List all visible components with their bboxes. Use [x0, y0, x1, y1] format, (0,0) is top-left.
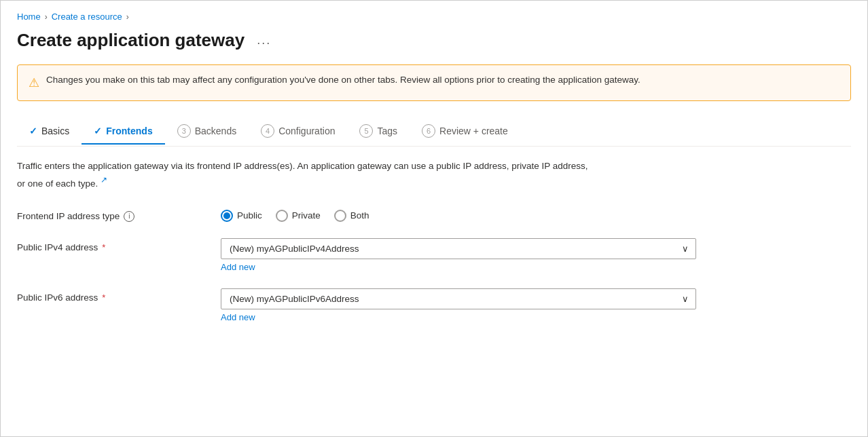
tab-basics-label: Basics	[41, 126, 69, 136]
tabs-row: ✓ Basics ✓ Frontends 3 Backends 4 Config…	[17, 117, 851, 147]
tab-configuration[interactable]: 4 Configuration	[249, 117, 347, 146]
public-ipv6-dropdown-arrow: ∨	[682, 294, 689, 304]
radio-public-label: Public	[237, 210, 262, 221]
configuration-step-circle: 4	[261, 124, 274, 138]
public-ipv6-required: *	[102, 292, 105, 303]
frontend-ip-row: Frontend IP address type i Public Privat…	[17, 207, 851, 222]
frontend-ip-radio-group: Public Private Both	[221, 207, 851, 222]
tab-tags-label: Tags	[377, 126, 397, 136]
public-ipv6-label: Public IPv6 address *	[17, 288, 221, 303]
form-section: Frontend IP address type i Public Privat…	[17, 207, 851, 322]
public-ipv4-required: *	[102, 242, 105, 252]
tab-configuration-label: Configuration	[278, 126, 335, 136]
backends-step-circle: 3	[177, 124, 191, 138]
external-link-icon: ↗	[101, 175, 107, 185]
public-ipv6-add-new[interactable]: Add new	[221, 312, 255, 322]
basics-check-icon: ✓	[29, 126, 37, 136]
radio-public-input[interactable]	[221, 210, 233, 222]
breadcrumb-create-resource[interactable]: Create a resource	[52, 12, 122, 22]
public-ipv6-value: (New) myAGPublicIPv6Address	[230, 294, 359, 304]
tab-basics[interactable]: ✓ Basics	[17, 119, 82, 145]
frontend-ip-label-text: Frontend IP address type	[17, 211, 120, 221]
frontend-ip-label: Frontend IP address type i	[17, 207, 221, 222]
radio-both-input[interactable]	[334, 210, 346, 222]
review-step-circle: 6	[422, 124, 435, 138]
public-ipv4-control: (New) myAGPublicIPv4Address ∨ Add new	[221, 238, 851, 272]
public-ipv6-dropdown-wrapper: (New) myAGPublicIPv6Address ∨	[221, 288, 696, 309]
radio-private-label: Private	[292, 210, 321, 221]
breadcrumb-sep-2: ›	[126, 12, 129, 22]
warning-banner: ⚠ Changes you make on this tab may affec…	[17, 64, 851, 101]
radio-both[interactable]: Both	[334, 210, 369, 222]
public-ipv4-dropdown-wrapper: (New) myAGPublicIPv4Address ∨	[221, 238, 696, 259]
radio-public[interactable]: Public	[221, 210, 262, 222]
public-ipv6-label-text: Public IPv6 address	[17, 292, 98, 303]
public-ipv6-control: (New) myAGPublicIPv6Address ∨ Add new	[221, 288, 851, 322]
frontends-check-icon: ✓	[94, 126, 102, 136]
breadcrumb: Home › Create a resource ›	[17, 12, 851, 22]
frontend-ip-info-icon[interactable]: i	[124, 211, 134, 222]
public-ipv6-row: Public IPv6 address * (New) myAGPublicIP…	[17, 288, 851, 322]
tab-review-create-label: Review + create	[439, 126, 508, 136]
tab-review-create[interactable]: 6 Review + create	[410, 117, 520, 146]
info-text: Traffic enters the application gateway v…	[17, 159, 594, 191]
ellipsis-button[interactable]: ...	[253, 32, 275, 49]
warning-text: Changes you make on this tab may affect …	[46, 73, 640, 87]
public-ipv4-add-new[interactable]: Add new	[221, 262, 255, 272]
warning-icon: ⚠	[29, 74, 39, 92]
public-ipv4-dropdown-arrow: ∨	[682, 244, 689, 254]
radio-private[interactable]: Private	[276, 210, 321, 222]
public-ipv4-value: (New) myAGPublicIPv4Address	[230, 244, 359, 254]
tab-backends-label: Backends	[195, 126, 236, 136]
frontend-ip-control: Public Private Both	[221, 207, 851, 222]
public-ipv6-dropdown[interactable]: (New) myAGPublicIPv6Address ∨	[221, 288, 696, 309]
public-ipv4-dropdown[interactable]: (New) myAGPublicIPv4Address ∨	[221, 238, 696, 259]
page-title: Create application gateway	[17, 30, 245, 51]
breadcrumb-home[interactable]: Home	[17, 12, 41, 22]
public-ipv4-row: Public IPv4 address * (New) myAGPublicIP…	[17, 238, 851, 272]
public-ipv4-label-text: Public IPv4 address	[17, 242, 98, 252]
tab-frontends-label: Frontends	[106, 126, 152, 136]
tab-backends[interactable]: 3 Backends	[165, 117, 249, 146]
public-ipv4-label: Public IPv4 address *	[17, 238, 221, 252]
tags-step-circle: 5	[359, 124, 373, 138]
tab-tags[interactable]: 5 Tags	[347, 117, 410, 146]
breadcrumb-sep-1: ›	[45, 12, 48, 22]
radio-both-label: Both	[350, 210, 369, 221]
tab-frontends[interactable]: ✓ Frontends	[82, 119, 164, 145]
page-title-row: Create application gateway ...	[17, 30, 851, 51]
info-external-link[interactable]: ↗	[101, 178, 107, 188]
radio-private-input[interactable]	[276, 210, 288, 222]
